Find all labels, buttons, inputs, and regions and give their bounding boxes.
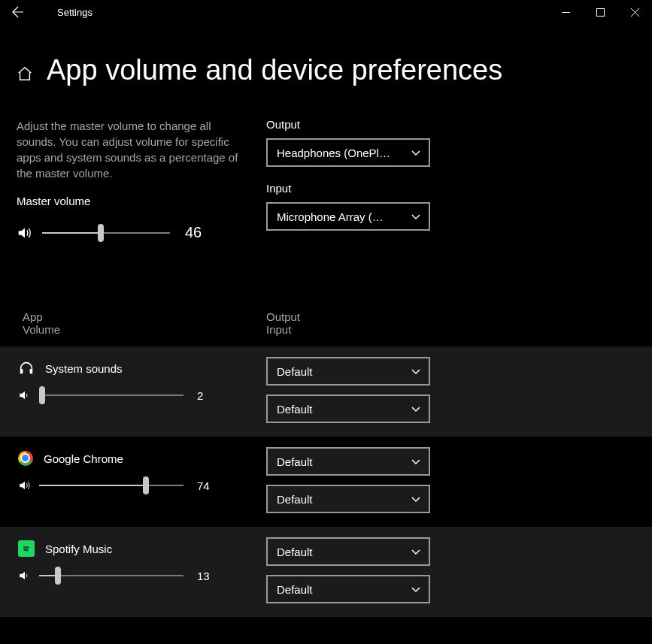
master-column: Adjust the master volume to change all s… (17, 118, 266, 246)
app-input-value: Default (277, 493, 313, 506)
page-header: App volume and device preferences (0, 24, 652, 86)
output-dropdown[interactable]: Headphones (OnePl… (266, 138, 430, 167)
master-volume-row: 46 (17, 224, 266, 241)
app-icon (18, 451, 33, 466)
app-name: Spotify Music (45, 543, 112, 555)
close-icon (631, 8, 639, 17)
maximize-icon (596, 8, 605, 17)
chevron-down-icon (411, 546, 421, 557)
chevron-down-icon (411, 147, 421, 158)
speaker-icon[interactable] (17, 225, 33, 241)
speaker-icon[interactable] (18, 389, 32, 402)
header-volume: Volume (23, 323, 266, 336)
app-output-value: Default (277, 546, 313, 558)
app-volume-slider[interactable] (39, 575, 183, 576)
minimize-icon (562, 8, 570, 17)
chevron-down-icon (411, 494, 421, 504)
chevron-down-icon (411, 366, 421, 376)
titlebar: Settings (0, 0, 652, 24)
window-title: Settings (36, 7, 92, 18)
input-value: Microphone Array (… (277, 210, 384, 223)
chevron-down-icon (411, 456, 421, 467)
app-input-dropdown[interactable]: Default (266, 395, 430, 423)
output-label: Output (266, 118, 462, 131)
app-list: App Volume Output Input System sounds 2 (0, 306, 652, 617)
app-output-dropdown[interactable]: Default (266, 447, 430, 476)
app-volume-value: 2 (197, 389, 220, 402)
app-row: System sounds 2 Default Default (0, 346, 652, 437)
chevron-down-icon (411, 584, 421, 594)
master-volume-label: Master volume (17, 195, 266, 207)
app-output-dropdown[interactable]: Default (266, 357, 430, 385)
input-dropdown[interactable]: Microphone Array (… (266, 202, 430, 231)
app-icon (18, 360, 35, 376)
app-volume-slider[interactable] (39, 395, 183, 396)
app-name: System sounds (45, 362, 123, 375)
slider-fill (42, 232, 101, 234)
window-controls (548, 0, 652, 24)
app-row: Google Chrome 74 Default Default (0, 437, 652, 527)
chevron-down-icon (411, 211, 421, 222)
app-volume-value: 74 (197, 479, 220, 492)
speaker-icon[interactable] (18, 569, 32, 582)
app-volume-slider[interactable] (39, 485, 183, 486)
app-name: Google Chrome (44, 452, 123, 465)
app-output-dropdown[interactable]: Default (266, 537, 430, 566)
app-input-value: Default (277, 403, 313, 416)
close-button[interactable] (617, 0, 652, 24)
device-column: Output Headphones (OnePl… Input Micropho… (266, 118, 462, 246)
output-value: Headphones (OnePl… (277, 147, 390, 159)
minimize-button[interactable] (548, 0, 583, 24)
arrow-left-icon (12, 6, 24, 18)
app-output-value: Default (277, 455, 313, 468)
header-app: App (23, 310, 266, 323)
page-title: App volume and device preferences (47, 54, 502, 86)
slider-thumb[interactable] (98, 224, 104, 242)
input-label: Input (266, 182, 462, 195)
slider-fill (39, 485, 146, 486)
app-input-dropdown[interactable]: Default (266, 575, 430, 603)
app-input-dropdown[interactable]: Default (266, 485, 430, 513)
home-icon[interactable] (17, 65, 33, 82)
app-row: Spotify Music 13 Default Default (0, 527, 652, 617)
svg-rect-2 (30, 369, 33, 373)
header-output: Output (266, 310, 300, 323)
header-input: Input (266, 323, 300, 336)
app-input-value: Default (277, 583, 313, 596)
app-icon (18, 540, 35, 557)
content: Adjust the master volume to change all s… (0, 86, 652, 246)
description-text: Adjust the master volume to change all s… (17, 118, 266, 181)
speaker-icon[interactable] (18, 479, 32, 492)
slider-thumb[interactable] (55, 567, 61, 585)
chevron-down-icon (411, 404, 421, 414)
app-output-value: Default (277, 365, 313, 378)
maximize-button[interactable] (583, 0, 617, 24)
svg-rect-1 (20, 369, 23, 373)
back-button[interactable] (0, 0, 36, 24)
slider-thumb[interactable] (39, 386, 45, 404)
list-header: App Volume Output Input (0, 310, 652, 346)
svg-rect-0 (596, 8, 604, 16)
master-volume-slider[interactable] (42, 232, 170, 234)
master-volume-value: 46 (185, 224, 208, 241)
slider-thumb[interactable] (143, 476, 149, 494)
app-volume-value: 13 (197, 570, 220, 582)
